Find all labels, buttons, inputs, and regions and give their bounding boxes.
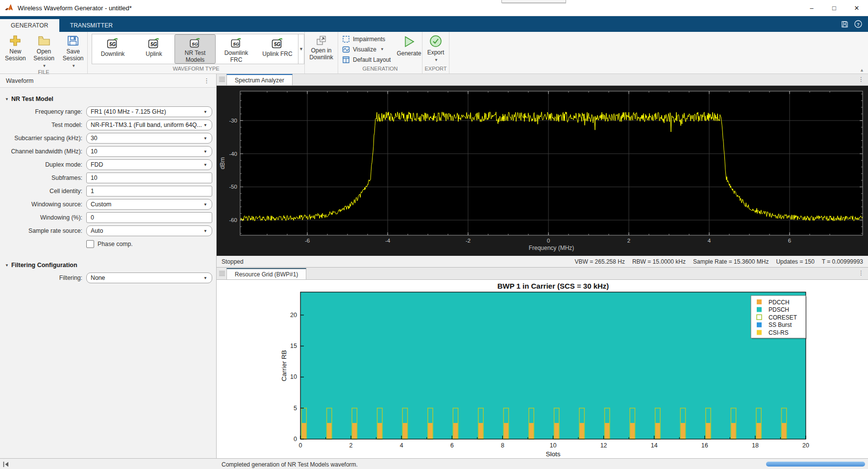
svg-text:-6: -6	[305, 238, 310, 244]
svg-text:2: 2	[627, 238, 630, 244]
measurement-value: RBW = 15.0000 kHz	[632, 258, 686, 265]
duplex-mode-dropdown[interactable]: FDD▼	[86, 159, 212, 170]
svg-text:5G: 5G	[150, 42, 157, 47]
svg-text:5G: 5G	[109, 42, 116, 47]
field-row-sample-rate-source: Sample rate source:Auto▼	[0, 225, 216, 236]
spectrum-analyzer-view: -6-4-20246-30-40-50-60Frequency (MHz)dBm	[217, 86, 868, 256]
svg-text:14: 14	[651, 442, 658, 449]
open-in-downlink-button[interactable]: Open inDownlink	[306, 32, 336, 61]
close-button[interactable]: ✕	[845, 0, 868, 16]
section-header-nr-test-model[interactable]: ▼NR Test Model	[0, 93, 216, 106]
svg-text:BWP 1 in Carrier (SCS = 30 kHz: BWP 1 in Carrier (SCS = 30 kHz)	[497, 282, 609, 290]
field-label: Duplex mode:	[0, 161, 86, 168]
open-in-window-icon	[316, 34, 327, 46]
default-layout-icon	[342, 56, 350, 64]
drag-grip-icon[interactable]	[219, 77, 225, 83]
test-model-dropdown[interactable]: NR-FR1-TM3.1 (Full band, uniform 64Q...▼	[86, 120, 212, 130]
save-session-dropdown-arrow: ▼	[72, 64, 75, 68]
tab-generator[interactable]: GENERATOR	[0, 19, 59, 32]
5g-badge-icon: 5G	[106, 37, 119, 50]
default-layout-button[interactable]: Default Layout	[342, 54, 391, 65]
ribbon-collapse-icon[interactable]: ▲	[860, 68, 864, 73]
svg-text:6: 6	[788, 238, 791, 244]
gallery-item-label: Uplink	[136, 51, 172, 57]
maximize-button[interactable]: □	[823, 0, 845, 16]
toolstrip-tab-row: GENERATOR TRANSMITTER ?	[0, 16, 868, 32]
quick-save-icon[interactable]	[841, 21, 848, 28]
gallery-item-uplink[interactable]: 5GUplink	[133, 34, 174, 64]
resource-grid-plot: BWP 1 in Carrier (SCS = 30 kHz)024681012…	[217, 280, 868, 458]
svg-text:Frequency (MHz): Frequency (MHz)	[529, 245, 574, 251]
new-session-button[interactable]: NewSession	[2, 32, 29, 62]
drag-grip-icon[interactable]	[219, 271, 225, 277]
tab-resource-grid[interactable]: Resource Grid (BWP#1)	[226, 268, 306, 279]
field-value: None	[91, 274, 203, 281]
collapse-panel-icon[interactable]	[2, 461, 10, 468]
open-session-button[interactable]: OpenSession ▼	[30, 32, 58, 69]
ribbon-section-export: Export▼ EXPORT	[422, 32, 449, 74]
field-label: Sample rate source:	[0, 227, 86, 234]
5g-badge-icon: 5G	[148, 37, 160, 50]
minimize-button[interactable]: –	[800, 0, 823, 16]
spectrum-panel-menu-icon[interactable]: ⋮	[858, 76, 864, 83]
gallery-item-downlink-frc[interactable]: 5GDownlink FRC	[216, 34, 257, 64]
svg-text:15: 15	[290, 343, 297, 349]
checkbox-label: Phase comp.	[98, 241, 133, 247]
field-value: FDD	[91, 161, 203, 168]
filtering-dropdown[interactable]: None▼	[86, 272, 212, 283]
impairments-button[interactable]: Impairments	[342, 34, 391, 44]
gallery-item-label: NR Test Models	[177, 50, 213, 63]
cell-identity-input[interactable]: 1	[86, 186, 212, 197]
chevron-down-icon: ▼	[203, 110, 212, 114]
svg-text:PDSCH: PDSCH	[769, 306, 789, 313]
waveform-type-section-label: WAVEFORM TYPE	[88, 65, 304, 74]
gallery-dropdown-button[interactable]: ▼	[298, 34, 304, 64]
status-bar: Completed generation of NR Test Models w…	[0, 459, 868, 469]
save-session-button[interactable]: SaveSession ▼	[59, 32, 87, 69]
field-label: Subcarrier spacing (kHz):	[0, 135, 86, 142]
waveform-panel-title: Waveform	[6, 77, 34, 84]
help-icon[interactable]: ?	[854, 20, 862, 28]
svg-text:dBm: dBm	[219, 157, 226, 170]
windowing-source-dropdown[interactable]: Custom▼	[86, 199, 212, 210]
generation-section-label: GENERATION	[338, 65, 422, 74]
visualize-icon	[342, 46, 350, 53]
gallery-item-label: Downlink FRC	[218, 50, 254, 63]
status-message: Completed generation of NR Test Models w…	[222, 461, 358, 468]
ribbon-section-file: NewSession OpenSession ▼	[0, 32, 88, 74]
subframes-input[interactable]: 10	[86, 173, 212, 183]
waveform-panel-menu-icon[interactable]: ⋮	[203, 77, 210, 84]
tab-transmitter[interactable]: TRANSMITTER	[59, 19, 124, 32]
svg-text:6: 6	[450, 442, 454, 449]
spectrum-run-state: Stopped	[222, 258, 244, 265]
chevron-down-icon: ▼	[203, 202, 212, 207]
generate-button[interactable]: Generate	[394, 32, 424, 57]
section-title: Filtering Configuration	[11, 262, 77, 269]
gallery-item-downlink[interactable]: 5GDownlink	[92, 34, 133, 64]
frequency-range-dropdown[interactable]: FR1 (410 MHz - 7.125 GHz)▼	[86, 106, 212, 117]
subcarrier-spacing-khz-dropdown[interactable]: 30▼	[86, 133, 212, 144]
field-value: 1	[91, 188, 212, 195]
chevron-down-icon: ▼	[203, 229, 212, 233]
field-value: Auto	[91, 227, 203, 234]
field-row-test-model: Test model:NR-FR1-TM3.1 (Full band, unif…	[0, 120, 216, 130]
field-row-windowing-source: Windowing source:Custom▼	[0, 199, 216, 210]
tab-spectrum-analyzer[interactable]: Spectrum Analyzer	[226, 74, 293, 85]
phase-comp-checkbox[interactable]	[86, 240, 94, 248]
open-session-dropdown-arrow: ▼	[43, 64, 47, 68]
svg-text:12: 12	[600, 442, 607, 449]
field-label: Frequency range:	[0, 108, 86, 115]
waveform-type-gallery: 5GDownlink5GUplink5GNR Test Models5GDown…	[92, 34, 298, 64]
channel-bandwidth-mhz-dropdown[interactable]: 10▼	[86, 146, 212, 157]
section-header-filtering-configuration[interactable]: ▼Filtering Configuration	[0, 259, 216, 272]
sample-rate-source-dropdown[interactable]: Auto▼	[86, 225, 212, 236]
export-button[interactable]: Export▼	[424, 32, 447, 63]
resource-panel-menu-icon[interactable]: ⋮	[858, 270, 864, 276]
gallery-item-uplink-frc[interactable]: 5GUplink FRC	[257, 34, 298, 64]
visualize-button[interactable]: Visualize ▼	[342, 44, 391, 54]
gallery-item-nr-test-models[interactable]: 5GNR Test Models	[174, 34, 216, 64]
windowing-input[interactable]: 0	[86, 212, 212, 223]
field-value: 10	[91, 174, 212, 181]
save-floppy-icon	[67, 34, 79, 47]
horizontal-scrollbar-thumb[interactable]	[766, 462, 865, 467]
